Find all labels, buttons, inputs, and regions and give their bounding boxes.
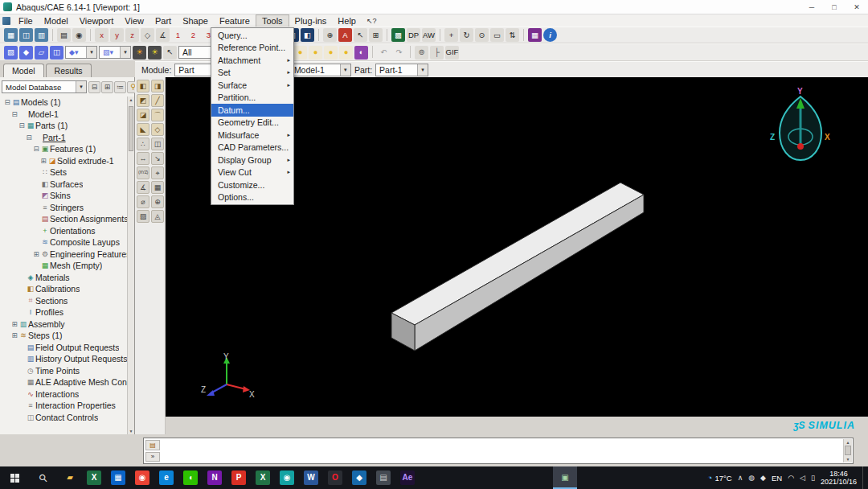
minimize-button[interactable]: ─ [800, 0, 823, 14]
rotate-view-icon[interactable]: ↻ [460, 28, 473, 42]
menu-help[interactable]: Help [332, 14, 362, 27]
scroll-down-icon[interactable]: ▼ [844, 457, 852, 462]
select-cursor-icon[interactable]: ↖ [354, 28, 367, 42]
tree-filter-icon[interactable]: ≔ [114, 81, 126, 93]
opera-icon[interactable]: O [323, 466, 347, 489]
mesh-tools-icon[interactable]: ▦ [151, 181, 164, 194]
tools-menu-display-group[interactable]: Display Group ▸ [211, 154, 293, 166]
tools-menu-set[interactable]: Set ▸ [211, 67, 293, 80]
tree-expander-icon[interactable]: ⊞ [10, 331, 18, 339]
taskbar-search-button[interactable]: ⚲ [29, 466, 58, 489]
create-chamfer-icon[interactable]: ◣ [137, 123, 149, 136]
tree-item[interactable]: ◧ Surfaces [0, 179, 127, 191]
pan-view-icon[interactable]: + [444, 28, 458, 42]
tree-item[interactable]: ▦ Mesh (Empty) [0, 260, 127, 272]
pdf-reader-icon[interactable]: P [227, 466, 251, 489]
aw-tool-icon[interactable]: AW [422, 28, 436, 42]
palette-tool-icon[interactable]: ▨ [137, 210, 149, 223]
tree-item[interactable]: ⊟ ▣ Features (1) [0, 143, 127, 155]
view-compass[interactable]: Y X Z [767, 87, 834, 167]
tools-menu-options[interactable]: Options... [211, 191, 293, 204]
section-manager-icon[interactable]: ◆ [19, 46, 33, 60]
tree-item[interactable]: ⊞ ▥ Assembly [0, 318, 127, 331]
create-part-icon[interactable]: ▧ [4, 46, 18, 60]
tree-item[interactable]: ⊞ ◪ Solid extrude-1 [0, 155, 127, 167]
tree-item[interactable]: ◩ Skins [0, 190, 127, 202]
tab-results[interactable]: Results [46, 64, 92, 77]
view-1-button[interactable]: 1 [171, 28, 185, 42]
spectrum-icon[interactable]: ▦ [528, 28, 542, 42]
tree-item[interactable]: ⊞ ⚙ Engineering Features [0, 249, 127, 261]
menu-part[interactable]: Part [149, 14, 177, 27]
new-viewport-icon[interactable]: ▦ [4, 28, 18, 42]
angle-tool-icon[interactable]: ∡ [137, 181, 149, 194]
tools-menu-cad-parameters[interactable]: CAD Parameters... [211, 142, 293, 154]
excel-doc-icon[interactable]: X [251, 466, 275, 489]
xyz-coords-icon[interactable]: (XYZ) [137, 166, 149, 179]
tile-viewports-icon[interactable]: ◫ [19, 28, 33, 42]
tree-item[interactable]: ◈ Materials [0, 272, 127, 284]
measure-tool-icon[interactable]: ⌀ [137, 195, 149, 208]
tree-item[interactable]: ⊟ ▤ Models (1) [0, 97, 127, 109]
display-mode-combo[interactable]: ▧▾ [99, 46, 131, 59]
tree-item[interactable]: ≡ Interaction Properties [0, 400, 127, 412]
info-icon[interactable]: i [543, 28, 557, 42]
kernel-tab-icon[interactable]: » [145, 452, 160, 462]
tools-menu-partition[interactable]: Partition... [211, 92, 293, 105]
tree-expander-icon[interactable]: ⊟ [18, 121, 26, 129]
view-iso-icon[interactable]: ◇ [141, 28, 154, 42]
print-icon[interactable]: ▤ [57, 28, 71, 42]
viewport-annotate-icon[interactable]: ▥ [35, 28, 48, 42]
scroll-thumb[interactable] [845, 446, 851, 455]
tree-expander-icon[interactable]: ⊟ [25, 134, 33, 142]
battery-tray-icon[interactable]: ▯ [811, 474, 815, 482]
show-desktop-button[interactable] [862, 466, 866, 489]
taskbar-clock[interactable]: 18:46 2021/10/16 [821, 470, 857, 486]
pick-cursor-icon[interactable]: ↖ [163, 46, 177, 60]
tree-item[interactable]: ⊞ ≋ Steps (1) [0, 330, 127, 342]
dp-tool-icon[interactable]: DP [407, 28, 420, 42]
bead-tool-6-icon[interactable]: ● [339, 46, 353, 60]
tree-item[interactable]: ⊟ Model-1 [0, 109, 127, 121]
tree-expander-icon[interactable]: ⊞ [32, 250, 40, 258]
after-effects-icon[interactable]: Ae [395, 466, 420, 489]
abaqus-window-button[interactable]: ▣ [553, 466, 577, 489]
tools-menu-reference-point[interactable]: Reference Point... [211, 42, 293, 55]
tree-expander-icon[interactable]: ⊟ [3, 98, 11, 106]
tree-item[interactable]: ⊟ Part-1 [0, 132, 127, 144]
scroll-down-icon[interactable]: ▼ [128, 429, 134, 434]
scale-tool-icon[interactable]: ↘ [151, 152, 164, 165]
view-x-icon[interactable]: x [95, 28, 108, 42]
tree-item[interactable]: ⊟ ▦ Parts (1) [0, 120, 127, 132]
view-angle-icon[interactable]: ∡ [156, 28, 170, 42]
annotation-icon[interactable]: A [338, 28, 352, 42]
tree-item[interactable]: ▦ ALE Adaptive Mesh Constraints [0, 376, 127, 388]
word-icon[interactable]: W [299, 466, 323, 489]
tools-menu-view-cut[interactable]: View Cut ▸ [211, 166, 293, 179]
media-app-icon[interactable]: ◉ [275, 466, 299, 489]
tree-item[interactable]: ≡ Stringers [0, 202, 127, 214]
bead-tool-3-icon[interactable]: ● [293, 46, 307, 60]
wechat-icon[interactable]: ◖ [178, 466, 203, 489]
context-help-icon[interactable]: ↖? [362, 17, 382, 25]
tree-item[interactable]: ▤ Section Assignments [0, 213, 127, 225]
network-tray-icon[interactable]: ◠ [788, 474, 794, 482]
zoom-box-icon[interactable]: ▭ [490, 28, 504, 42]
fit-view-icon[interactable]: ⇅ [506, 28, 519, 42]
maximize-button[interactable]: □ [823, 0, 845, 14]
close-button[interactable]: ✕ [845, 0, 868, 14]
translate-tool-icon[interactable]: ↔ [137, 152, 149, 165]
scroll-up-icon[interactable]: ▲ [128, 97, 134, 102]
create-solid-extrude-icon[interactable]: ◧ [137, 80, 149, 92]
menu-feature[interactable]: Feature [214, 14, 256, 27]
volume-tray-icon[interactable]: ◁ [800, 474, 805, 482]
tree-item[interactable]: ∷ Sets [0, 166, 127, 179]
scroll-thumb[interactable] [129, 106, 133, 151]
render-beads-icon[interactable]: ☀ [133, 46, 146, 60]
menu-plugins[interactable]: Plug-ins [289, 14, 333, 27]
chrome-icon[interactable]: ◉ [130, 466, 154, 489]
options-tool-icon[interactable]: ◬ [151, 210, 164, 223]
tools-menu-query[interactable]: Query... [211, 29, 293, 42]
language-indicator[interactable]: EN [772, 474, 782, 483]
tree-item[interactable]: I Profiles [0, 306, 127, 318]
